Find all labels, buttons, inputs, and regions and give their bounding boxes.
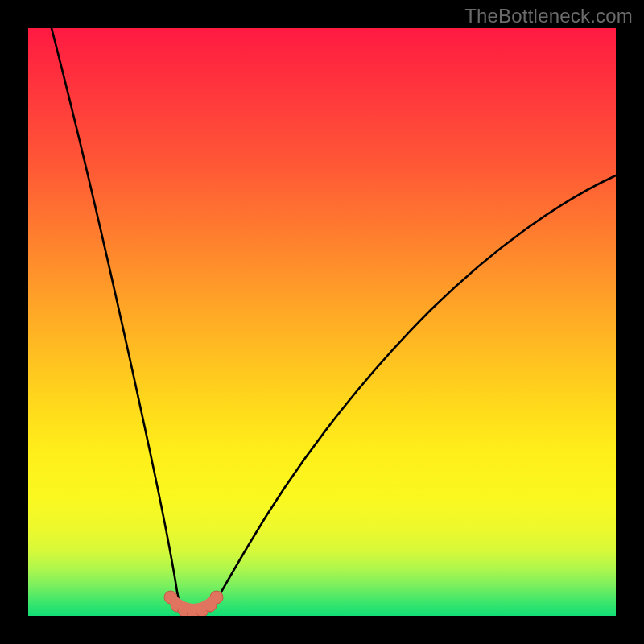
right-curve bbox=[210, 175, 616, 611]
watermark-text: TheBottleneck.com bbox=[464, 5, 633, 27]
valley-connector bbox=[171, 597, 217, 609]
chart-svg bbox=[28, 28, 616, 616]
plot-area bbox=[28, 28, 616, 616]
left-curve bbox=[52, 28, 181, 611]
chart-stage: TheBottleneck.com bbox=[0, 0, 644, 644]
